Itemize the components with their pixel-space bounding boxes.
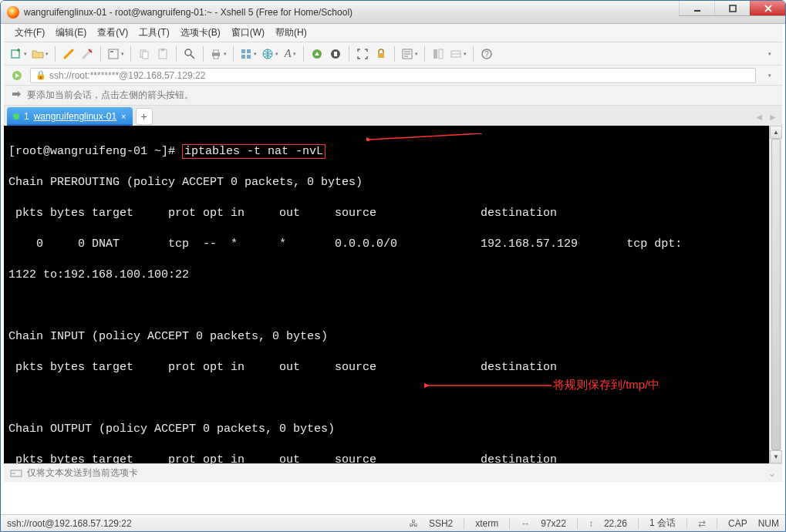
go-button[interactable] — [8, 67, 25, 84]
addressbar: 🔒 ssh://root:********@192.168.57.129:22 … — [4, 66, 782, 86]
svg-point-10 — [185, 49, 191, 56]
toolbar-separator — [303, 46, 304, 62]
address-input[interactable]: 🔒 ssh://root:********@192.168.57.129:22 — [30, 68, 756, 83]
menu-view[interactable]: 查看(V) — [93, 25, 133, 41]
help-button[interactable]: ? — [478, 45, 495, 62]
menu-edit[interactable]: 编辑(E) — [51, 25, 91, 41]
svg-rect-5 — [110, 51, 113, 52]
status-term: xterm — [475, 518, 498, 529]
status-num: NUM — [758, 518, 779, 529]
script-button[interactable]: ▾ — [400, 45, 420, 62]
svg-rect-21 — [334, 52, 337, 56]
window-titlebar: wangruifenglinux-01 - root@wangruifeng-0… — [1, 1, 785, 24]
toolbar: ▾ ▾ ▾ ▾ ▾ ▾ A ▾ — [4, 42, 782, 66]
ssh-icon: 🖧 — [409, 518, 418, 529]
find-button[interactable] — [181, 45, 198, 62]
view2-button[interactable]: ▾ — [448, 45, 468, 62]
svg-rect-9 — [161, 49, 164, 51]
svg-point-3 — [71, 49, 73, 52]
scroll-down-button[interactable]: ▼ — [770, 450, 782, 463]
toolbar-separator — [55, 46, 56, 62]
toolbar-separator — [203, 46, 204, 62]
copy-button[interactable] — [136, 45, 153, 62]
svg-rect-4 — [109, 49, 118, 59]
tabbar: 1 wangruifenglinux-01 × + ◄ ► — [4, 106, 782, 126]
annotation-arrow-2 — [424, 382, 552, 389]
status-connection: ssh://root@192.168.57.129:22 — [7, 518, 132, 529]
session-tab[interactable]: 1 wangruifenglinux-01 × — [7, 107, 133, 126]
scroll-thumb[interactable] — [771, 139, 781, 450]
tab-close-icon[interactable]: × — [121, 112, 126, 121]
menu-tools[interactable]: 工具(T) — [134, 25, 174, 41]
encoding-button[interactable]: ▾ — [260, 45, 280, 62]
bottom-tip-text: 仅将文本发送到当前选项卡 — [27, 466, 138, 480]
menu-file[interactable]: 文件(F) — [10, 25, 49, 41]
xftp-button[interactable] — [309, 45, 326, 62]
toolbar-separator — [424, 46, 425, 62]
toolbar-separator — [233, 46, 234, 62]
disconnect-button[interactable] — [79, 45, 96, 62]
lock-button[interactable] — [373, 45, 390, 62]
view1-button[interactable] — [430, 45, 447, 62]
status-sessions: 1 会话 — [649, 517, 676, 530]
dropdown-arrow-icon: ▾ — [121, 51, 124, 57]
annotation-label-2: 将规则保存到/tmp/中 — [553, 377, 659, 392]
dropdown-arrow-icon: ▾ — [224, 51, 227, 57]
annotation-arrow-1 — [366, 133, 482, 141]
arrow-add-icon[interactable] — [10, 89, 22, 102]
scroll-up-button[interactable]: ▲ — [770, 126, 782, 139]
close-button[interactable] — [750, 1, 785, 16]
highlighted-command-1: iptables -t nat -nvL — [182, 144, 326, 159]
font-button[interactable]: A ▾ — [282, 45, 299, 62]
paste-button[interactable] — [154, 45, 171, 62]
dropdown-arrow-icon: ▾ — [254, 51, 257, 57]
maximize-button[interactable] — [714, 1, 750, 16]
svg-text:?: ? — [484, 50, 489, 59]
minimize-button[interactable] — [679, 1, 714, 16]
properties-button[interactable]: ▾ — [106, 45, 126, 62]
open-button[interactable]: ▾ — [30, 45, 50, 62]
layout-button[interactable]: ▾ — [238, 45, 258, 62]
cursor-icon: ↕ — [589, 518, 593, 529]
address-text: ssh://root:********@192.168.57.129:22 — [49, 70, 205, 81]
toolbar-overflow-button[interactable]: ▾ — [761, 45, 778, 62]
window-title: wangruifenglinux-01 - root@wangruifeng-0… — [24, 7, 353, 18]
toolbar-separator — [100, 46, 101, 62]
app-icon — [7, 6, 19, 19]
dimensions-icon: ↔ — [521, 518, 530, 529]
tab-prev-icon[interactable]: ◄ — [754, 112, 764, 123]
menu-help[interactable]: 帮助(H) — [271, 25, 312, 41]
lock-icon: 🔒 — [35, 70, 46, 80]
menu-window[interactable]: 窗口(W) — [227, 25, 269, 41]
reconnect-button[interactable] — [60, 45, 77, 62]
dropdown-arrow-icon: ▾ — [24, 51, 27, 57]
status-cap: CAP — [728, 518, 747, 529]
xagent-button[interactable] — [327, 45, 344, 62]
svg-rect-16 — [241, 55, 245, 59]
svg-rect-14 — [241, 49, 245, 53]
add-tab-button[interactable]: + — [136, 108, 153, 125]
bottom-overflow[interactable]: ⌄ — [768, 468, 776, 479]
dropdown-arrow-icon: ▾ — [46, 51, 49, 57]
terminal-scrollbar[interactable]: ▲ ▼ — [769, 126, 782, 463]
fullscreen-button[interactable] — [354, 45, 371, 62]
dropdown-arrow-icon: ▾ — [293, 51, 296, 57]
toolbar-separator — [349, 46, 349, 62]
terminal[interactable]: [root@wangruifeng-01 ~]# iptables -t nat… — [4, 126, 769, 463]
bottom-tip: 仅将文本发送到当前选项卡 ⌄ — [4, 463, 782, 482]
send-mode-icon[interactable] — [10, 467, 22, 480]
terminal-area: [root@wangruifeng-01 ~]# iptables -t nat… — [4, 126, 782, 463]
svg-rect-15 — [247, 49, 251, 53]
menu-tabs[interactable]: 选项卡(B) — [176, 25, 225, 41]
toolbar-separator — [130, 46, 131, 62]
dropdown-arrow-icon: ▾ — [464, 51, 467, 57]
new-session-button[interactable]: ▾ — [8, 45, 29, 62]
addressbar-overflow[interactable]: ▾ — [761, 67, 778, 84]
print-button[interactable]: ▾ — [208, 45, 228, 62]
toolbar-separator — [394, 46, 395, 62]
status-size: 97x22 — [541, 518, 566, 529]
svg-rect-13 — [214, 56, 218, 59]
tab-next-icon[interactable]: ► — [768, 112, 778, 123]
svg-rect-22 — [378, 53, 384, 58]
svg-rect-7 — [143, 52, 148, 59]
